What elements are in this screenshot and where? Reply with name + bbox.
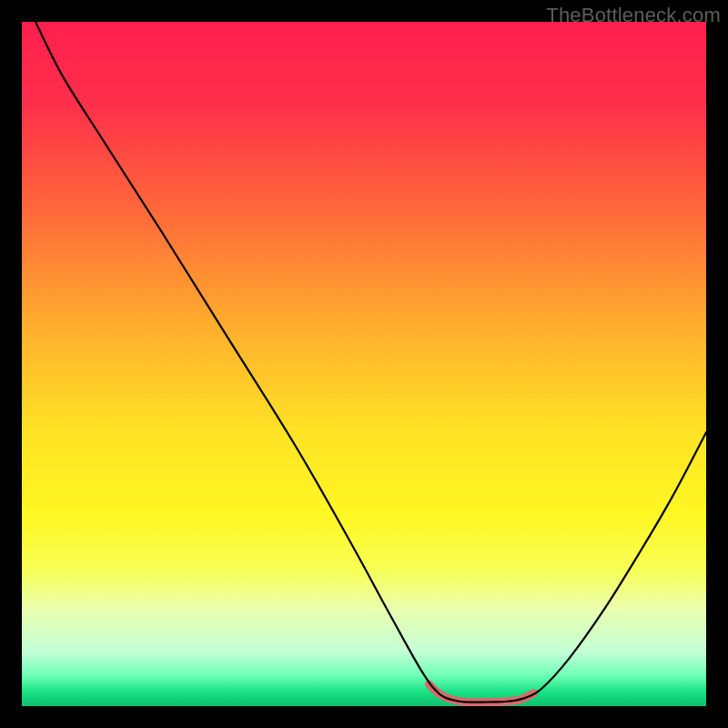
bottleneck-chart [22, 22, 706, 706]
chart-frame: TheBottleneck.com [0, 0, 728, 728]
plot-area [22, 22, 706, 706]
heatmap-gradient [22, 22, 706, 706]
watermark-text: TheBottleneck.com [546, 4, 721, 27]
